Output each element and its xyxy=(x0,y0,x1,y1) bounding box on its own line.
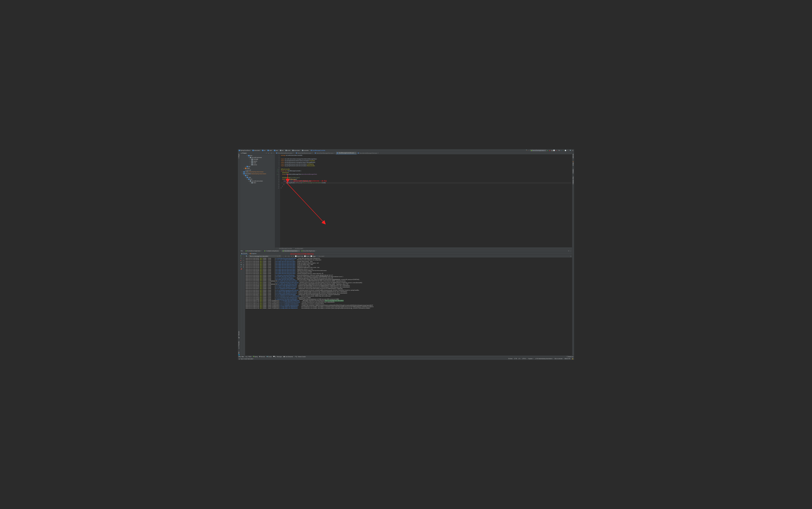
breadcrumb-item[interactable]: src xyxy=(262,150,266,151)
endpoints-tab[interactable]: ⬢ Endpoints xyxy=(249,252,257,254)
breadcrumb-item[interactable]: renfei xyxy=(285,150,290,151)
tree-item[interactable]: ▸target xyxy=(240,167,275,169)
tree-arrow-icon[interactable]: ▾ xyxy=(247,155,248,157)
run-config-tab[interactable]: ⬢DemoServiceApplication✕ xyxy=(281,250,300,252)
java-ee-tool-button[interactable]: ☕ Java Enterprise xyxy=(283,356,293,357)
pause-icon[interactable]: ⏸ xyxy=(240,258,242,259)
tree-arrow-icon[interactable]: ▾ xyxy=(244,175,245,176)
tree-item[interactable]: ▾src xyxy=(240,175,275,176)
git-history-icon[interactable]: 🕐 xyxy=(565,150,566,151)
locate-icon[interactable]: ⊕ xyxy=(268,152,269,154)
coverage-icon[interactable]: ⬤ xyxy=(551,150,552,151)
git-commit-icon[interactable]: ✓ xyxy=(563,150,564,151)
soft-wrap-icon[interactable]: ↩ xyxy=(243,260,245,261)
print-icon[interactable]: 🖨 xyxy=(243,264,245,266)
vcs-tool-button[interactable]: ⎇ 9: Version Control xyxy=(295,356,306,357)
exit-icon[interactable]: ⏏ xyxy=(240,262,242,264)
database-tool-button[interactable]: Database xyxy=(573,169,574,173)
select-all-icon[interactable]: ⊞ xyxy=(285,256,286,257)
tree-arrow-icon[interactable]: ▸ xyxy=(245,166,246,167)
search-everywhere-icon[interactable]: 🔍 xyxy=(570,150,571,151)
down-icon[interactable]: ↓ xyxy=(243,258,245,259)
search-input[interactable] xyxy=(249,256,277,257)
tree-arrow-icon[interactable]: ▸ xyxy=(250,160,251,162)
tree-arrow-icon[interactable]: ▸ xyxy=(250,182,251,184)
console-output[interactable]: 2020-02-26 12:06:39.505 INFO 32946 --- [… xyxy=(245,258,572,355)
tree-item[interactable]: ▸message xyxy=(240,159,275,160)
close-tab-icon[interactable]: ✕ xyxy=(316,250,316,251)
lock-icon[interactable]: 🔒 xyxy=(572,358,573,359)
git-branch[interactable]: ⎇ Git: feature/spring-cloud-stream ÷ xyxy=(535,358,553,359)
editor-tab[interactable]: SendMessageController.java✕ xyxy=(336,152,357,154)
hide-icon[interactable]: — xyxy=(273,152,274,154)
project-tree[interactable]: ▾java▾net.renfei.apicenter▸message▸reque… xyxy=(240,154,275,184)
tree-item[interactable]: ▸service xyxy=(240,164,275,166)
filter-icon[interactable]: ▼ xyxy=(293,256,294,257)
newline-icon[interactable]: ↵ xyxy=(277,256,278,257)
run-config-selector[interactable]: ⬢ DemoClientApplication ▾ xyxy=(530,149,546,151)
next-match-icon[interactable]: ↓ xyxy=(283,256,284,257)
debug-icon[interactable]: 🐞 xyxy=(549,150,550,151)
back-icon[interactable]: ↙ xyxy=(528,150,529,151)
tree-item[interactable]: ▸config feature/spring-cloud-stream xyxy=(240,171,275,173)
layout-icon[interactable]: ⊞ xyxy=(240,266,242,268)
editor-tab[interactable]: DemoServiceReceiver.java✕ xyxy=(275,152,295,154)
run-icon[interactable]: ▶ xyxy=(547,150,548,151)
rerun-icon[interactable]: ▶ xyxy=(240,255,242,257)
close-tab-icon[interactable]: ✕ xyxy=(334,152,335,154)
console-tab[interactable]: ▣ Console xyxy=(241,252,248,254)
messages-tool-button[interactable]: 💬 0: Messages xyxy=(273,356,282,357)
spring-tool-button[interactable]: ⬢ Spring xyxy=(253,356,258,357)
stop-icon[interactable]: ■ xyxy=(240,260,242,261)
profile-icon[interactable]: 📊 xyxy=(553,150,555,151)
project-tool-button[interactable]: 1: Project xyxy=(238,154,239,159)
remove-selection-icon[interactable]: ⊟ xyxy=(291,256,292,257)
tree-item[interactable]: ▸client xyxy=(240,182,275,184)
tree-arrow-icon[interactable]: ▸ xyxy=(250,164,251,166)
breadcrumb-item[interactable]: controller xyxy=(302,150,309,151)
ant-tool-button[interactable]: Ant Build xyxy=(573,154,574,158)
indent[interactable]: 4 spaces ÷ xyxy=(528,358,533,359)
todo-tool-button[interactable]: ≡ 6: TODO xyxy=(246,356,252,357)
breadcrumb-class[interactable]: SendMessageController xyxy=(311,150,325,151)
tree-item[interactable]: ▸result xyxy=(240,162,275,164)
maven-tool-button[interactable]: m Maven xyxy=(573,161,574,166)
terminal-tool-button[interactable]: ▣ Terminal xyxy=(259,356,265,357)
prev-match-icon[interactable]: ↑ xyxy=(282,256,282,257)
tree-arrow-icon[interactable]: ▾ xyxy=(248,180,249,182)
close-tab-icon[interactable]: ✕ xyxy=(312,152,312,154)
search-icon2[interactable]: 🔍▾ xyxy=(246,256,248,257)
line-separator[interactable]: LF ÷ xyxy=(518,358,521,359)
git-update-icon[interactable]: ↙ xyxy=(561,150,562,151)
help-icon[interactable]: ? xyxy=(317,256,317,257)
gutter-run-icon[interactable]: ● xyxy=(277,170,278,172)
tree-item[interactable]: ▸request xyxy=(240,160,275,162)
tree-arrow-icon[interactable]: ▸ xyxy=(250,159,251,160)
scroll-end-icon[interactable]: ⤓ xyxy=(243,262,245,264)
ide-settings-icon[interactable]: ▦ xyxy=(572,150,573,151)
editor-tab[interactable]: DemoClientMessageClient.java✕ xyxy=(314,152,336,154)
close-search-icon[interactable]: ✕ xyxy=(570,256,571,257)
tree-arrow-icon[interactable]: ▾ xyxy=(247,178,248,180)
build-icon[interactable]: 🔨 xyxy=(526,150,528,151)
bean-validation-tool-button[interactable]: Bean Validation xyxy=(573,177,574,184)
chevron-down-icon[interactable]: ▾ xyxy=(266,152,267,154)
tree-arrow-icon[interactable]: ▾ xyxy=(242,173,243,174)
words-checkbox[interactable]: Words xyxy=(304,256,309,257)
project-dropdown-icon[interactable]: ▦ xyxy=(241,152,242,154)
clear-search-icon[interactable]: ⓧ xyxy=(279,255,280,257)
editor-tab[interactable]: DemoServiceMessageClient.java✕ xyxy=(357,152,380,154)
tree-item[interactable]: ▾main xyxy=(240,176,275,178)
run-tool-button[interactable]: ▶ 4: Run xyxy=(239,356,244,357)
web-tool-button[interactable]: 🌐 Web xyxy=(238,351,239,355)
tree-arrow-icon[interactable]: ▸ xyxy=(244,168,245,169)
breadcrumb-method[interactable]: sendMessage() xyxy=(295,248,303,249)
run-config-tab[interactable]: ⬢DemoClientApplication✕ xyxy=(300,250,318,252)
close-tab-icon[interactable]: ✕ xyxy=(279,250,280,251)
stop-icon[interactable]: ■ xyxy=(556,150,556,151)
cursor-position[interactable]: 17:78 xyxy=(514,358,517,359)
status-icon[interactable]: ▣ xyxy=(239,358,240,360)
tree-item[interactable]: ▾java xyxy=(240,155,275,157)
clear-icon[interactable]: 🗑 xyxy=(243,266,245,268)
docker-tool-button[interactable]: 🐳 Docker xyxy=(267,356,272,357)
